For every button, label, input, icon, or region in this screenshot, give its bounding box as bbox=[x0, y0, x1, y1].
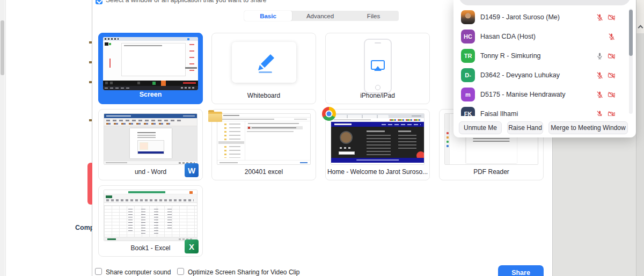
mic-on-icon bbox=[596, 52, 604, 60]
mini-titlebar bbox=[103, 37, 198, 41]
mini-document-page bbox=[130, 128, 172, 158]
screen-thumbnail bbox=[103, 37, 198, 90]
word-thumbnail bbox=[104, 113, 197, 165]
excel-icon: X bbox=[185, 239, 199, 253]
mini-right-note bbox=[185, 67, 197, 69]
avatar: HC bbox=[461, 30, 475, 43]
mini-red-mark bbox=[109, 59, 111, 68]
participant-name: D5175 - Manise Hendrawaty bbox=[480, 91, 565, 98]
share-info-icon bbox=[96, 0, 103, 4]
participant-row[interactable]: TR Tonny R - Simkuring bbox=[453, 46, 627, 66]
mini-site-navbar bbox=[331, 122, 424, 127]
mini-taskbar-icon bbox=[105, 82, 108, 84]
screen: Comp Select a window or an application t… bbox=[0, 0, 644, 276]
participants-list: D1459 - Jarot Suroso (Me) bbox=[453, 8, 627, 116]
excel-thumbnail bbox=[104, 190, 197, 241]
mini-pdf-sidebar bbox=[445, 114, 450, 164]
participant-row[interactable]: m D5175 - Manise Hendrawaty bbox=[453, 85, 627, 104]
avatar bbox=[461, 10, 475, 24]
mini-spreadsheet-grid bbox=[104, 206, 197, 237]
mic-muted-icon bbox=[596, 110, 604, 117]
mini-active-app bbox=[161, 81, 166, 86]
tile-label: PDF Reader bbox=[440, 168, 543, 176]
video-off-icon bbox=[608, 110, 616, 117]
mini-titlebar bbox=[104, 190, 197, 194]
participant-row[interactable]: HC Hasan CDA (Host) bbox=[453, 27, 627, 46]
participant-name: Tonny R - Simkuring bbox=[480, 52, 541, 60]
mini-sheet-tabs bbox=[104, 237, 197, 241]
mic-muted-icon bbox=[608, 33, 616, 41]
mini-text-column bbox=[367, 135, 391, 155]
mic-muted-icon bbox=[596, 71, 604, 79]
tile-label: Home - Welcome to Jarot Suroso... bbox=[326, 168, 429, 176]
mini-download-button bbox=[339, 151, 355, 155]
mini-statusbar bbox=[217, 160, 310, 164]
left-window-divider bbox=[5, 0, 6, 276]
participant-name: D1459 - Jarot Suroso (Me) bbox=[480, 13, 560, 21]
mic-muted-icon bbox=[596, 91, 604, 99]
participants-scrollbar-thumb[interactable] bbox=[629, 10, 633, 56]
left-scrollbar-thumb[interactable] bbox=[1, 20, 4, 75]
tile-excel-window[interactable]: Book1 - Excel X bbox=[98, 185, 203, 257]
whiteboard-card bbox=[232, 42, 296, 83]
participant-name: Hasan CDA (Host) bbox=[480, 33, 536, 40]
left-bullet-fragment bbox=[89, 119, 92, 121]
tile-word-window[interactable]: und - Word W bbox=[98, 109, 203, 180]
participants-search-input[interactable]: Search participants bbox=[459, 0, 631, 5]
mini-heading bbox=[367, 130, 385, 132]
chrome-thumbnail bbox=[331, 113, 425, 165]
merge-to-meeting-window-button[interactable]: Merge to Meeting Window bbox=[548, 121, 628, 134]
tile-label: 200401 excel bbox=[212, 168, 316, 176]
avatar: D- bbox=[461, 68, 475, 82]
participant-row[interactable]: D- D3642 - Devyano Luhukay bbox=[453, 66, 627, 85]
tab-files[interactable]: Files bbox=[348, 11, 399, 21]
tile-screen[interactable]: Screen bbox=[98, 33, 203, 104]
mini-social-icons bbox=[340, 147, 353, 149]
left-bullet-fragment bbox=[89, 41, 92, 43]
mini-browser-tabs bbox=[331, 114, 424, 118]
mini-recording-text bbox=[183, 82, 196, 84]
share-tabbar: Basic Advanced Files bbox=[244, 11, 399, 21]
mic-muted-icon bbox=[596, 13, 604, 21]
tile-label: Whiteboard bbox=[212, 92, 316, 99]
avatar: TR bbox=[461, 49, 475, 63]
mini-site-footer bbox=[331, 158, 424, 163]
tile-iphone-ipad[interactable]: iPhone/iPad bbox=[325, 33, 430, 104]
mini-browser-toolbar bbox=[331, 118, 424, 122]
mini-tool-dot bbox=[447, 141, 449, 143]
unmute-me-button[interactable]: Unmute Me bbox=[459, 121, 502, 134]
mini-taskbar-icon bbox=[110, 82, 113, 84]
mini-embedded-image bbox=[137, 140, 164, 154]
tile-label: iPhone/iPad bbox=[326, 92, 429, 99]
mini-window-body bbox=[217, 121, 310, 160]
left-bullet-fragment bbox=[89, 81, 92, 83]
mini-folder-tree bbox=[217, 121, 245, 160]
video-off-icon bbox=[608, 13, 616, 21]
share-sound-checkbox[interactable] bbox=[95, 268, 102, 275]
mini-selected-folder bbox=[218, 141, 244, 144]
participant-row[interactable]: D1459 - Jarot Suroso (Me) bbox=[453, 8, 627, 27]
mini-statusbar bbox=[103, 86, 198, 90]
mini-data-column bbox=[128, 209, 133, 233]
tab-advanced[interactable]: Advanced bbox=[292, 11, 348, 21]
tile-whiteboard[interactable]: Whiteboard bbox=[211, 33, 316, 104]
mini-titlebar bbox=[217, 114, 310, 118]
avatar: FK bbox=[461, 107, 475, 116]
optimize-video-checkbox[interactable] bbox=[177, 268, 184, 275]
mini-text-column bbox=[398, 135, 417, 149]
mini-heading bbox=[398, 130, 411, 132]
background-window-left: Comp bbox=[0, 0, 92, 276]
mini-data-column bbox=[167, 209, 172, 230]
folder-icon bbox=[208, 112, 222, 122]
tile-explorer-window[interactable]: 200401 excel bbox=[211, 109, 316, 180]
screen-mirroring-icon bbox=[371, 60, 385, 70]
mini-app-icon bbox=[105, 42, 108, 46]
share-button[interactable]: Share bbox=[498, 265, 544, 276]
tab-basic[interactable]: Basic bbox=[244, 11, 292, 21]
participant-row-clipped[interactable]: FK Faisal Ilhami bbox=[453, 104, 627, 116]
window-scrollbar-strip[interactable] bbox=[636, 0, 644, 276]
raise-hand-button[interactable]: Raise Hand bbox=[507, 121, 543, 134]
tile-chrome-window[interactable]: Home - Welcome to Jarot Suroso... bbox=[325, 109, 430, 180]
mini-ribbon bbox=[104, 194, 197, 203]
tile-label: Screen bbox=[99, 91, 202, 98]
